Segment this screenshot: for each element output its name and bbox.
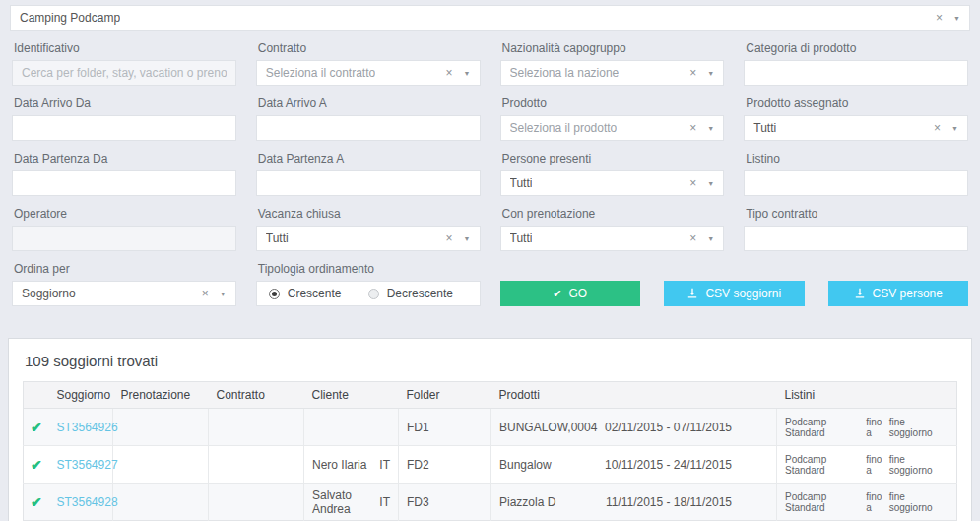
contratto-cell bbox=[209, 484, 304, 521]
cliente-name: Salvato Andrea bbox=[312, 488, 379, 516]
clear-icon[interactable]: × bbox=[689, 67, 696, 79]
field-nazionalita-capogruppo: Nazionalità capogruppo Seleziona la nazi… bbox=[500, 31, 725, 86]
clear-icon[interactable]: × bbox=[934, 122, 941, 134]
categoria-di-prodotto-input[interactable] bbox=[744, 60, 968, 86]
status-check-icon: ✔ bbox=[31, 457, 42, 473]
col-listini: Listini bbox=[777, 382, 957, 409]
listino-name: Podcamp Standard bbox=[785, 417, 866, 438]
radio-decrescente[interactable]: Decrescente bbox=[368, 287, 468, 300]
tipo-contratto-input[interactable] bbox=[744, 226, 968, 251]
cliente-name: Nero Ilaria bbox=[312, 458, 366, 472]
clear-icon[interactable]: × bbox=[446, 67, 453, 79]
prodotto-name: Piazzola D bbox=[499, 495, 555, 509]
field-label: Data Arrivo Da bbox=[14, 98, 236, 110]
operatore-input[interactable] bbox=[12, 226, 236, 251]
identificativo-input[interactable] bbox=[12, 60, 236, 86]
field-label: Ordina per bbox=[14, 263, 236, 276]
contratto-select[interactable]: Seleziona il contratto × ▼ bbox=[256, 60, 481, 86]
field-label: Vacanza chiusa bbox=[258, 208, 481, 221]
download-icon bbox=[854, 288, 866, 299]
table-row: ✔ ST3564928 Salvato AndreaIT FD3 Piazzol… bbox=[24, 484, 957, 521]
go-button[interactable]: ✔ GO bbox=[500, 281, 641, 306]
prodotto-assegnato-select[interactable]: Tutti × ▼ bbox=[744, 115, 968, 141]
field-data-partenza-da: Data Partenza Da bbox=[12, 141, 236, 196]
clear-icon[interactable]: × bbox=[202, 288, 209, 299]
data-arrivo-a-input[interactable] bbox=[256, 115, 481, 141]
radio-crescente[interactable]: Crescente bbox=[269, 287, 368, 300]
results-panel: 109 soggiorni trovati Soggiorno Prenotaz… bbox=[8, 338, 972, 521]
vacanza-chiusa-select[interactable]: Tutti × ▼ bbox=[256, 226, 481, 251]
data-partenza-da-input[interactable] bbox=[12, 170, 236, 196]
listino-input[interactable] bbox=[744, 170, 968, 196]
data-partenza-a-input[interactable] bbox=[256, 170, 481, 196]
con-prenotazione-select[interactable]: Tutti × ▼ bbox=[500, 226, 725, 251]
results-summary: 109 soggiorni trovati bbox=[25, 353, 957, 369]
persone-presenti-select[interactable]: Tutti × ▼ bbox=[500, 170, 725, 196]
field-persone-presenti: Persone presenti Tutti × ▼ bbox=[500, 141, 725, 196]
col-folder: Folder bbox=[399, 382, 491, 409]
field-label: Data Partenza Da bbox=[14, 153, 236, 165]
csv-soggiorni-button[interactable]: CSV soggiorni bbox=[664, 281, 805, 306]
prodotto-select[interactable]: Seleziona il prodotto × ▼ bbox=[500, 115, 725, 141]
field-label: Tipologia ordinamento bbox=[258, 263, 481, 276]
chevron-down-icon[interactable]: ▼ bbox=[707, 70, 714, 77]
field-contratto: Contratto Seleziona il contratto × ▼ bbox=[256, 31, 481, 86]
field-data-partenza-a: Data Partenza A bbox=[256, 141, 481, 196]
nazionalita-select[interactable]: Seleziona la nazione × ▼ bbox=[500, 60, 725, 86]
folder-cell: FD1 bbox=[399, 409, 491, 446]
field-vacanza-chiusa: Vacanza chiusa Tutti × ▼ bbox=[256, 196, 481, 251]
tipologia-ordinamento-group: Crescente Decrescente bbox=[256, 281, 481, 306]
prodotto-name: BUNGALOW,0004 bbox=[499, 421, 597, 434]
chevron-down-icon[interactable]: ▼ bbox=[953, 15, 960, 22]
clear-icon[interactable]: × bbox=[689, 177, 696, 189]
listino-fine: fine soggiorno bbox=[889, 491, 948, 513]
listino-da: fino a bbox=[866, 417, 888, 438]
prenotazione-cell bbox=[113, 409, 209, 446]
clear-icon[interactable]: × bbox=[936, 12, 943, 24]
prodotto-name: Bungalow bbox=[499, 458, 552, 472]
field-label: Tipo contratto bbox=[746, 208, 968, 221]
chevron-down-icon[interactable]: ▼ bbox=[707, 180, 714, 187]
check-icon: ✔ bbox=[553, 288, 561, 300]
download-icon bbox=[686, 288, 698, 299]
periodo: 02/11/2015 - 07/11/2015 bbox=[605, 421, 732, 434]
field-tipo-contratto: Tipo contratto bbox=[744, 196, 968, 251]
chevron-down-icon[interactable]: ▼ bbox=[464, 235, 471, 242]
clear-icon[interactable]: × bbox=[446, 232, 453, 244]
radio-selected-icon[interactable] bbox=[269, 289, 280, 299]
results-table: Soggiorno Prenotazione Contratto Cliente… bbox=[23, 381, 957, 521]
soggiorno-link[interactable]: ST3564928 bbox=[57, 495, 118, 509]
status-check-icon: ✔ bbox=[31, 420, 42, 435]
soggiorno-link[interactable]: ST3564927 bbox=[57, 458, 118, 472]
listino-da: fino a bbox=[866, 491, 888, 513]
listino-name: Podcamp Standard bbox=[785, 454, 866, 476]
listino-name: Podcamp Standard bbox=[785, 491, 866, 513]
field-tipologia-ordinamento: Tipologia ordinamento Crescente Decresce… bbox=[256, 251, 481, 306]
chevron-down-icon[interactable]: ▼ bbox=[707, 125, 714, 132]
chevron-down-icon[interactable]: ▼ bbox=[464, 70, 471, 77]
cliente-nazione: IT bbox=[379, 495, 390, 509]
periodo: 10/11/2015 - 24/11/2015 bbox=[605, 458, 732, 472]
csv-persone-button[interactable]: CSV persone bbox=[828, 281, 969, 306]
chevron-down-icon[interactable]: ▼ bbox=[707, 235, 714, 242]
chevron-down-icon[interactable]: ▼ bbox=[220, 291, 227, 297]
clear-icon[interactable]: × bbox=[689, 232, 696, 244]
field-label: Data Arrivo A bbox=[258, 98, 481, 110]
chevron-down-icon[interactable]: ▼ bbox=[951, 125, 958, 132]
structure-select[interactable]: Camping Podcamp × ▼ bbox=[10, 5, 970, 31]
col-check bbox=[24, 382, 49, 409]
field-label: Listino bbox=[746, 153, 968, 165]
folder-cell: FD2 bbox=[399, 446, 491, 484]
clear-icon[interactable]: × bbox=[689, 122, 696, 134]
field-label: Data Partenza A bbox=[258, 153, 481, 165]
contratto-cell bbox=[209, 409, 304, 446]
radio-unselected-icon[interactable] bbox=[368, 289, 379, 299]
ordina-per-select[interactable]: Soggiorno × ▼ bbox=[12, 281, 236, 306]
listino-fine: fine soggiorno bbox=[889, 417, 948, 438]
field-ordina-per: Ordina per Soggiorno × ▼ bbox=[12, 251, 236, 306]
field-data-arrivo-da: Data Arrivo Da bbox=[12, 86, 236, 141]
structure-select-value: Camping Podcamp bbox=[20, 11, 120, 25]
data-arrivo-da-input[interactable] bbox=[12, 115, 236, 141]
soggiorno-link[interactable]: ST3564926 bbox=[57, 421, 118, 434]
folder-cell: FD3 bbox=[399, 484, 491, 521]
